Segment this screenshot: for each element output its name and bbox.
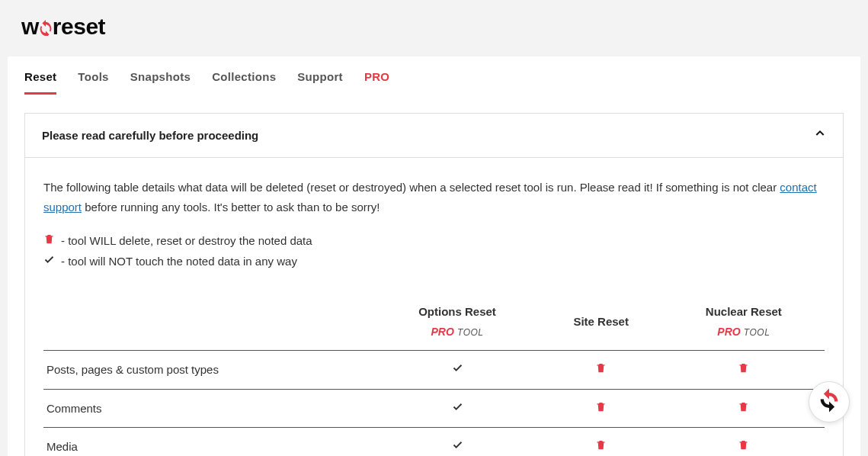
cell-site — [540, 389, 663, 428]
cell-nuclear — [663, 351, 825, 390]
accordion: Please read carefully before proceeding … — [24, 113, 844, 456]
tab-tools[interactable]: Tools — [78, 70, 108, 95]
cell-site — [540, 351, 663, 390]
logo-accent-icon — [37, 14, 54, 40]
tab-pro[interactable]: PRO — [364, 70, 389, 95]
cell-site — [540, 428, 663, 456]
tab-reset[interactable]: Reset — [24, 70, 56, 95]
accordion-title: Please read carefully before proceeding — [42, 129, 258, 142]
logo: w reset — [21, 14, 105, 40]
col-options: Options Reset PRO TOOL — [375, 293, 539, 351]
reset-table: Options Reset PRO TOOL Site Reset Nuclea… — [43, 293, 825, 456]
accordion-body: The following table details what data wi… — [25, 158, 843, 456]
table-row: Comments — [43, 389, 825, 428]
trash-icon — [43, 230, 55, 251]
tab-collections[interactable]: Collections — [212, 70, 276, 95]
col-site: Site Reset — [540, 293, 663, 351]
cell-options — [375, 351, 539, 390]
refresh-icon — [816, 387, 842, 416]
header: w reset — [0, 0, 868, 56]
row-label: Posts, pages & custom post types — [43, 351, 375, 390]
tab-support[interactable]: Support — [297, 70, 343, 95]
intro-text: The following table details what data wi… — [43, 178, 825, 217]
table-row: Media — [43, 428, 825, 456]
tab-snapshots[interactable]: Snapshots — [130, 70, 191, 95]
legend-check-text: - tool will NOT touch the noted data in … — [61, 251, 297, 271]
col-nuclear: Nuclear Reset PRO TOOL — [663, 293, 825, 351]
cell-nuclear — [663, 428, 825, 456]
cell-options — [375, 389, 539, 428]
main-panel: Reset Tools Snapshots Collections Suppor… — [8, 56, 860, 456]
row-label: Comments — [43, 389, 375, 428]
tabs: Reset Tools Snapshots Collections Suppor… — [8, 56, 860, 95]
accordion-header[interactable]: Please read carefully before proceeding — [25, 114, 843, 158]
floating-refresh-button[interactable] — [809, 381, 850, 422]
legend-trash-text: - tool WILL delete, reset or destroy the… — [61, 230, 312, 251]
cell-nuclear — [663, 389, 825, 428]
row-label: Media — [43, 428, 375, 456]
table-row: Posts, pages & custom post types — [43, 351, 825, 390]
check-icon — [43, 251, 55, 271]
legend: - tool WILL delete, reset or destroy the… — [43, 230, 825, 271]
chevron-up-icon — [814, 127, 826, 143]
cell-options — [375, 428, 539, 456]
